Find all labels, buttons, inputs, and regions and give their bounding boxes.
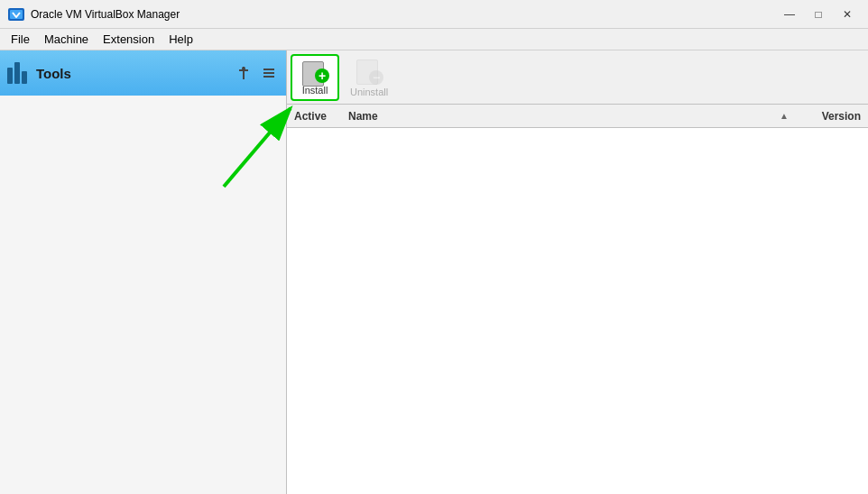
app-icon: [7, 5, 25, 23]
tools-icon: [7, 62, 27, 84]
svg-point-4: [242, 67, 245, 70]
menu-extension[interactable]: Extension: [96, 31, 162, 48]
install-icon: +: [300, 59, 329, 83]
content-area: Active Name ▲ Version: [287, 105, 868, 494]
window-title: Oracle VM VirtualBox Manager: [31, 8, 180, 21]
right-panel: + Install − Uninstall Active Name ▲ Vers…: [287, 50, 868, 494]
tools-icon-bar-3: [22, 71, 27, 84]
pin-icon[interactable]: [234, 63, 254, 83]
sidebar: Tools: [0, 50, 287, 494]
col-active-header: Active: [294, 110, 348, 123]
col-name-header: Name: [348, 110, 771, 123]
close-button[interactable]: ✕: [834, 5, 861, 24]
column-header: Active Name ▲ Version: [287, 105, 868, 128]
install-button[interactable]: + Install: [291, 54, 339, 101]
tools-action-icons: [234, 63, 279, 83]
title-bar: Oracle VM VirtualBox Manager — □ ✕: [0, 0, 868, 29]
uninstall-label: Uninstall: [350, 87, 388, 97]
tools-icon-bar-1: [7, 68, 13, 84]
menu-machine[interactable]: Machine: [37, 31, 96, 48]
menu-bar: File Machine Extension Help: [0, 29, 868, 50]
sort-icon[interactable]: ▲: [774, 111, 789, 121]
main-layout: Tools: [0, 50, 868, 494]
content-list: [287, 128, 868, 494]
sidebar-content: [0, 96, 286, 494]
tools-label: Tools: [36, 66, 225, 81]
menu-help[interactable]: Help: [162, 31, 200, 48]
tools-icon-bar-2: [14, 62, 20, 84]
tools-header: Tools: [0, 50, 286, 96]
window-controls: — □ ✕: [776, 5, 861, 24]
maximize-button[interactable]: □: [805, 5, 832, 24]
toolbar: + Install − Uninstall: [287, 50, 868, 105]
title-bar-left: Oracle VM VirtualBox Manager: [7, 5, 180, 23]
col-version-header: Version: [789, 110, 861, 123]
uninstall-button[interactable]: − Uninstall: [343, 54, 395, 101]
menu-file[interactable]: File: [4, 31, 37, 48]
uninstall-icon: −: [355, 58, 383, 85]
list-icon[interactable]: [259, 63, 279, 83]
minimize-button[interactable]: —: [776, 5, 803, 24]
